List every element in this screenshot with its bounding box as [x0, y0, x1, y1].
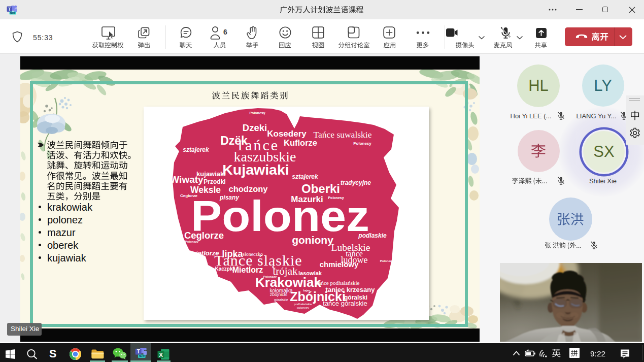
svg-text:X: X	[159, 351, 163, 357]
svg-text:Kujawiaki: Kujawiaki	[222, 161, 289, 178]
svg-text:podlaskie: podlaskie	[358, 232, 387, 239]
svg-text:Tańce podhalańskie: Tańce podhalańskie	[316, 280, 360, 286]
svg-text:tańce góralskie: tańce góralskie	[323, 300, 367, 307]
svg-text:goniony: goniony	[292, 234, 333, 246]
svg-text:Wiwaty: Wiwaty	[170, 174, 204, 185]
svg-text:Kuflorze: Kuflorze	[284, 138, 317, 147]
svg-text:T: T	[8, 7, 11, 12]
svg-text:góralskie: góralskie	[274, 298, 288, 302]
svg-text:T: T	[137, 349, 140, 354]
svg-text:Ceglorze: Ceglorze	[184, 230, 224, 241]
svg-text:Tańce suwalskie: Tańce suwalskie	[314, 129, 372, 140]
svg-text:polonezy: polonezy	[297, 306, 309, 309]
svg-text:sztajerek: sztajerek	[183, 146, 210, 153]
svg-text:Polonesy: Polonesy	[353, 141, 371, 146]
svg-text:NEW: NEW	[139, 354, 145, 357]
svg-text:zbójnicki: zbójnicki	[270, 292, 288, 297]
svg-text:Dzeki: Dzeki	[243, 122, 267, 133]
svg-text:podhalańskie: podhalańskie	[294, 303, 312, 306]
svg-text:Polonesy: Polonesy	[249, 111, 265, 115]
svg-text:Polonezy: Polonezy	[185, 240, 199, 243]
svg-text:sztajerek: sztajerek	[292, 173, 319, 180]
svg-text:tradycyjne: tradycyjne	[341, 179, 371, 186]
svg-text:chmielowy: chmielowy	[320, 260, 359, 269]
svg-text:NEW: NEW	[10, 12, 16, 14]
svg-text:Polonezy: Polonezy	[380, 259, 394, 262]
svg-text:Przodki: Przodki	[204, 178, 225, 185]
